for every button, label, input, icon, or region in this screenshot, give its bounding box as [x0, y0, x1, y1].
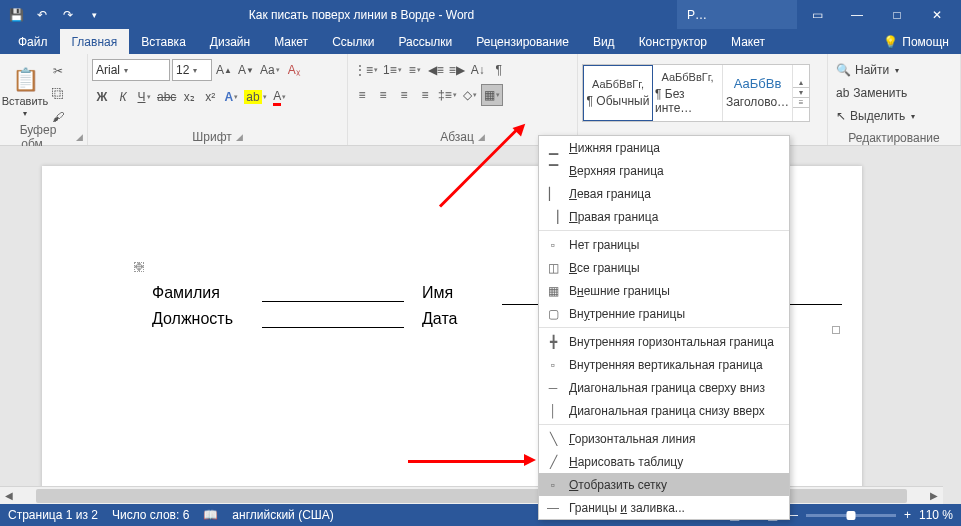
align-right[interactable]: ≡: [394, 84, 414, 106]
border-menu-item[interactable]: ▫Нет границы: [539, 233, 789, 256]
align-justify[interactable]: ≡: [415, 84, 435, 106]
bullets-button[interactable]: ⋮≡▾: [352, 59, 380, 81]
align-center[interactable]: ≡: [373, 84, 393, 106]
border-type-icon: │: [545, 403, 561, 419]
cut-button[interactable]: ✂: [48, 61, 68, 81]
line-input[interactable]: [262, 308, 404, 328]
multilevel-button[interactable]: ≡▾: [405, 59, 425, 81]
change-case[interactable]: Aa▾: [258, 59, 282, 81]
line-spacing[interactable]: ‡≡▾: [436, 84, 459, 106]
select-button[interactable]: ↖Выделить▾: [836, 106, 952, 126]
word-count[interactable]: Число слов: 6: [112, 508, 189, 522]
border-menu-item[interactable]: ▫Отобразить сетку: [539, 473, 789, 496]
shading-button[interactable]: ◇▾: [460, 84, 480, 106]
label-name: Имя: [422, 284, 472, 302]
border-menu-item[interactable]: ╲Горизонтальная линия: [539, 427, 789, 450]
superscript-button[interactable]: x²: [200, 86, 220, 108]
border-menu-item[interactable]: ╱Нарисовать таблицу: [539, 450, 789, 473]
styles-gallery[interactable]: АаБбВвГг, ¶ Обычный АаБбВвГг, ¶ Без инте…: [582, 64, 810, 122]
decrease-indent[interactable]: ◀≡: [426, 59, 446, 81]
border-menu-item[interactable]: ▢Внутренние границы: [539, 302, 789, 325]
style-no-spacing[interactable]: АаБбВвГг, ¶ Без инте…: [653, 65, 723, 121]
tab-mailings[interactable]: Рассылки: [386, 29, 464, 54]
tell-me[interactable]: 💡Помощн: [883, 29, 961, 54]
horizontal-scrollbar[interactable]: ◀ ▶: [0, 486, 943, 504]
style-normal[interactable]: АаБбВвГг, ¶ Обычный: [583, 65, 653, 121]
tab-layout2[interactable]: Макет: [719, 29, 777, 54]
save-button[interactable]: 💾: [4, 3, 28, 27]
copy-button[interactable]: ⿻: [48, 84, 68, 104]
clear-formatting[interactable]: Aᵪ: [284, 59, 304, 81]
language-indicator[interactable]: английский (США): [232, 508, 333, 522]
tab-constructor[interactable]: Конструктор: [627, 29, 719, 54]
border-type-icon: ▕: [545, 209, 561, 225]
border-menu-item[interactable]: ╋Внутренняя горизонтальная граница: [539, 330, 789, 353]
tab-review[interactable]: Рецензирование: [464, 29, 581, 54]
form-table[interactable]: Фамилия Имя Должность Дата: [152, 276, 472, 328]
maximize-button[interactable]: □: [877, 0, 917, 29]
border-menu-item[interactable]: ▔Верхняя граница: [539, 159, 789, 182]
border-menu-item[interactable]: │Диагональная граница снизу вверх: [539, 399, 789, 422]
bold-button[interactable]: Ж: [92, 86, 112, 108]
dialog-launcher-icon[interactable]: ◢: [76, 132, 83, 142]
ribbon-display-options[interactable]: ▭: [797, 0, 837, 29]
tab-layout[interactable]: Макет: [262, 29, 320, 54]
close-button[interactable]: ✕: [917, 0, 957, 29]
spellcheck-icon[interactable]: 📖: [203, 508, 218, 522]
tab-home[interactable]: Главная: [60, 29, 130, 54]
zoom-slider[interactable]: [806, 514, 896, 517]
font-color[interactable]: A▾: [270, 86, 290, 108]
numbering-button[interactable]: 1≡▾: [381, 59, 404, 81]
styles-down[interactable]: ▾: [793, 88, 809, 98]
table-anchor-icon[interactable]: ✥: [134, 262, 144, 272]
page-indicator[interactable]: Страница 1 из 2: [8, 508, 98, 522]
line-input[interactable]: [262, 282, 404, 302]
style-heading[interactable]: АаБбВв Заголово…: [723, 65, 793, 121]
border-menu-item[interactable]: ▁Нижняя граница: [539, 136, 789, 159]
align-left[interactable]: ≡: [352, 84, 372, 106]
grow-font[interactable]: A▲: [214, 59, 234, 81]
dialog-launcher-icon[interactable]: ◢: [478, 132, 485, 142]
font-name-combo[interactable]: Arial▾: [92, 59, 170, 81]
cell-marker: [832, 326, 840, 334]
italic-button[interactable]: К: [113, 86, 133, 108]
find-button[interactable]: 🔍Найти▾: [836, 60, 952, 80]
border-type-icon: —: [545, 500, 561, 516]
zoom-in[interactable]: +: [904, 508, 911, 522]
styles-more[interactable]: ≡: [793, 98, 809, 108]
scroll-right-icon[interactable]: ▶: [925, 490, 943, 501]
strike-button[interactable]: abc: [155, 86, 178, 108]
border-menu-item[interactable]: ▕Правая граница: [539, 205, 789, 228]
tab-insert[interactable]: Вставка: [129, 29, 198, 54]
border-menu-item[interactable]: ▦Внешние границы: [539, 279, 789, 302]
sort-button[interactable]: A↓: [468, 59, 488, 81]
highlight-button[interactable]: ab▾: [242, 86, 268, 108]
zoom-level[interactable]: 110 %: [919, 508, 953, 522]
tab-file[interactable]: Файл: [6, 29, 60, 54]
border-menu-item[interactable]: ▫Внутренняя вертикальная граница: [539, 353, 789, 376]
replace-button[interactable]: abЗаменить: [836, 83, 952, 103]
scroll-left-icon[interactable]: ◀: [0, 490, 18, 501]
minimize-button[interactable]: —: [837, 0, 877, 29]
subscript-button[interactable]: x₂: [179, 86, 199, 108]
border-type-icon: ╋: [545, 334, 561, 350]
border-menu-item[interactable]: ▏Левая граница: [539, 182, 789, 205]
underline-button[interactable]: Ч▾: [134, 86, 154, 108]
paste-button[interactable]: 📋 Вставить ▾: [4, 60, 46, 126]
border-menu-item[interactable]: ◫Все границы: [539, 256, 789, 279]
border-type-icon: ▦: [545, 283, 561, 299]
increase-indent[interactable]: ≡▶: [447, 59, 467, 81]
shrink-font[interactable]: A▼: [236, 59, 256, 81]
account-indicator[interactable]: Р…: [677, 0, 717, 29]
tab-design[interactable]: Дизайн: [198, 29, 262, 54]
text-effects[interactable]: A▾: [221, 86, 241, 108]
dialog-launcher-icon[interactable]: ◢: [236, 132, 243, 142]
borders-button[interactable]: ▦▾: [481, 84, 503, 106]
tab-view[interactable]: Вид: [581, 29, 627, 54]
border-menu-item[interactable]: —Границы и заливка...: [539, 496, 789, 519]
tab-references[interactable]: Ссылки: [320, 29, 386, 54]
show-marks[interactable]: ¶: [489, 59, 509, 81]
border-menu-item[interactable]: ─Диагональная граница сверху вниз: [539, 376, 789, 399]
styles-up[interactable]: ▴: [793, 78, 809, 88]
font-size-combo[interactable]: 12▾: [172, 59, 212, 81]
